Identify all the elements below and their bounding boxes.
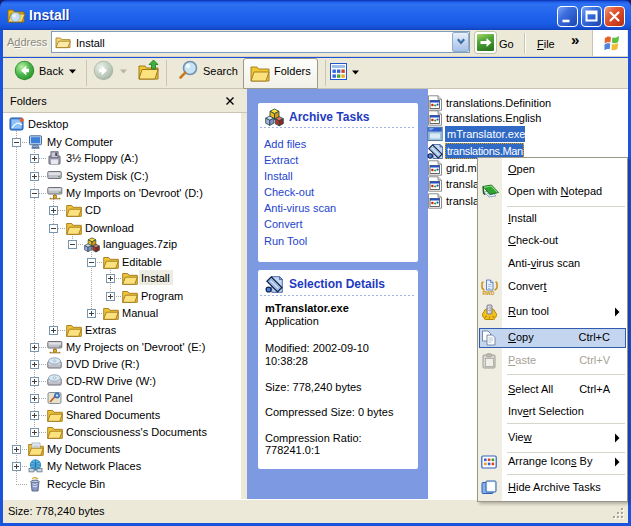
- svg-text:RWD: RWD: [483, 290, 495, 296]
